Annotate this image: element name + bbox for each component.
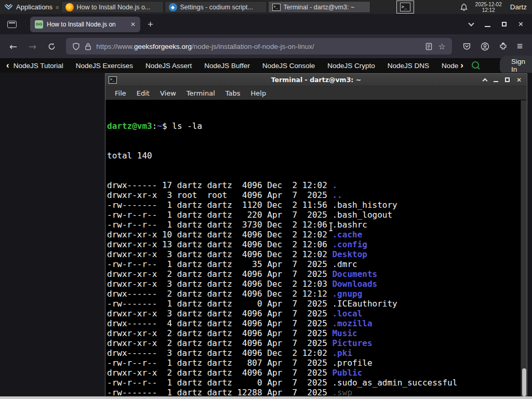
- site-nav-item[interactable]: NodeJS Exercises: [70, 62, 139, 70]
- terminal-line: drwxr-xr-x 2 dartz dartz 4096 Apr 7 2025…: [107, 368, 521, 378]
- file-row-meta: drwxr-xr-x 13 dartz dartz 4096 Dec 2 12:…: [107, 240, 332, 249]
- window-minimize-button[interactable]: [485, 22, 490, 27]
- site-nav-item[interactable]: NodeJS Crypto: [321, 62, 381, 70]
- lock-icon[interactable]: [85, 43, 91, 50]
- tab-close-icon[interactable]: ✕: [130, 21, 136, 28]
- site-nav-item-tutorial[interactable]: NodeJS Tutorial: [14, 62, 70, 70]
- terminal-close-button[interactable]: ✕: [516, 76, 522, 84]
- terminal-line: drwxr-xr-x 13 dartz dartz 4096 Dec 2 12:…: [107, 240, 521, 249]
- terminal-shade-button[interactable]: [483, 77, 487, 83]
- site-nav-bar: ‹ NodeJS Tutorial NodeJS ExercisesNodeJS…: [0, 58, 532, 73]
- terminal-line: -rw------- 1 dartz dartz 0 Apr 7 2025 .I…: [107, 299, 521, 309]
- terminal-line: drwxr-xr-x 3 dartz dartz 4096 Dec 2 12:0…: [107, 249, 521, 259]
- site-nav-item[interactable]: NodeJS Buffer: [198, 62, 256, 70]
- back-button[interactable]: ←: [6, 41, 20, 52]
- firefox-view-icon: [7, 21, 17, 28]
- new-tab-button[interactable]: +: [148, 19, 153, 30]
- file-row-meta: drwx------ 17 dartz dartz 4096 Dec 2 12:…: [107, 180, 332, 190]
- site-search-button[interactable]: [471, 60, 481, 71]
- xfce-logo-icon: [4, 3, 13, 11]
- pocket-save-icon[interactable]: [462, 42, 471, 51]
- taskbar-window-title: How to Install Node.js o...: [77, 4, 151, 11]
- terminal-minimize-button[interactable]: [494, 77, 498, 82]
- terminal-line: -rw-r--r-- 1 dartz dartz 807 Apr 7 2025 …: [107, 358, 521, 368]
- url-domain: geeksforgeeks.org: [134, 43, 192, 50]
- geeksforgeeks-favicon: GG: [35, 20, 43, 29]
- file-name: Downloads: [332, 279, 377, 289]
- file-name: .gnupg: [332, 289, 362, 299]
- taskbar-window-button[interactable]: How to Install Node.js o...: [61, 1, 164, 13]
- terminal-title-bar[interactable]: >_ Terminal - dartz@vm3: ~ ✕: [105, 74, 527, 86]
- terminal-total-line: total 140: [107, 151, 521, 161]
- notification-bell-button[interactable]: [460, 3, 468, 11]
- file-name: Documents: [332, 269, 377, 279]
- nav-back-icon[interactable]: ‹: [6, 60, 9, 71]
- terminal-scrollbar[interactable]: [521, 100, 527, 398]
- terminal-line: drwx------ 4 dartz dartz 4096 Apr 7 2025…: [107, 318, 521, 328]
- reload-button[interactable]: [45, 43, 59, 50]
- file-row-meta: drwxr-xr-x 10 dartz dartz 4096 Dec 2 12:…: [107, 230, 332, 240]
- file-row-meta: drwxr-xr-x 2 dartz dartz 4096 Apr 7 2025: [107, 338, 332, 348]
- firefox-view-button[interactable]: [5, 21, 19, 28]
- terminal-icon: >_: [400, 3, 410, 11]
- minimize-icon: [485, 26, 490, 27]
- chevron-up-icon: [482, 78, 487, 83]
- window-close-button[interactable]: ✕: [518, 20, 524, 28]
- user-menu-button[interactable]: Dartz: [510, 3, 527, 11]
- terminal-line: drwxr-xr-x 10 dartz dartz 4096 Dec 2 12:…: [107, 230, 521, 240]
- menu-hamburger-icon[interactable]: ≡: [517, 41, 523, 52]
- extensions-puzzle-icon[interactable]: [499, 42, 508, 51]
- file-row-meta: drwxr-xr-x 2 dartz dartz 4096 Apr 7 2025: [107, 368, 332, 378]
- file-row-meta: drwxr-xr-x 2 dartz dartz 4096 Apr 7 2025: [107, 269, 332, 279]
- url-bar[interactable]: https://www.geeksforgeeks.org/node-js/in…: [66, 38, 452, 55]
- nav-next-icon[interactable]: ›: [460, 60, 463, 71]
- file-name: .ICEauthority: [332, 299, 397, 309]
- reader-mode-icon[interactable]: [425, 43, 432, 50]
- site-nav-item[interactable]: NodeJS Assert: [139, 62, 198, 70]
- file-name: Music: [332, 328, 357, 338]
- page-content-area: >_ Terminal - dartz@vm3: ~ ✕ FileEditVie…: [0, 73, 532, 399]
- terminal-line: drwx------ 17 dartz dartz 4096 Dec 2 12:…: [107, 180, 521, 190]
- terminal-menu-tabs[interactable]: Tabs: [220, 88, 246, 99]
- search-icon: [471, 60, 481, 71]
- forward-button[interactable]: →: [25, 41, 39, 52]
- terminal-line: -rw------- 1 dartz dartz 1120 Dec 2 11:5…: [107, 200, 521, 210]
- site-nav-item[interactable]: NodeJS DNS: [381, 62, 435, 70]
- tray-terminal-icon[interactable]: >_: [396, 1, 414, 14]
- file-row-meta: -rw-r--r-- 1 dartz dartz 0 Apr 7 2025: [107, 378, 332, 388]
- shield-icon[interactable]: [72, 43, 80, 50]
- bell-icon: [460, 3, 468, 11]
- file-name: .bash_history: [332, 200, 397, 210]
- terminal-window: >_ Terminal - dartz@vm3: ~ ✕ FileEditVie…: [105, 73, 527, 399]
- account-icon[interactable]: [481, 42, 489, 51]
- file-row-meta: -rw-r--r-- 1 dartz dartz 3730 Dec 2 12:0…: [107, 220, 332, 230]
- terminal-line: -rw-r--r-- 1 dartz dartz 0 Apr 7 2025 .s…: [107, 378, 521, 388]
- browser-tab-active[interactable]: GG How to Install Node.js on ✕: [30, 17, 140, 32]
- clock[interactable]: 2025-12-02 12:12: [475, 2, 502, 13]
- terminal-maximize-button[interactable]: [505, 77, 510, 82]
- terminal-menu-file[interactable]: File: [110, 88, 131, 99]
- terminal-menu-edit[interactable]: Edit: [131, 88, 155, 99]
- applications-menu-button[interactable]: Applications: [0, 0, 56, 14]
- terminal-prompt-line: dartz@vm3:~$ ls -la: [107, 121, 521, 131]
- terminal-scrollbar-thumb[interactable]: [522, 368, 526, 396]
- taskbar-window-title: Settings - codium script...: [180, 4, 253, 11]
- file-name: .bash_logout: [332, 210, 392, 220]
- taskbar-window-button[interactable]: ◆Settings - codium script...: [165, 1, 267, 13]
- taskbar-window-button[interactable]: >_Terminal - dartz@vm3: ~: [268, 1, 370, 13]
- terminal-output[interactable]: dartz@vm3:~$ ls -la total 140 drwx------…: [105, 100, 521, 398]
- file-name: Public: [332, 368, 362, 378]
- taskbar-window-title: Terminal - dartz@vm3: ~: [284, 4, 355, 11]
- terminal-menu-view[interactable]: View: [155, 88, 181, 99]
- terminal-menu-help[interactable]: Help: [246, 88, 272, 99]
- window-maximize-button[interactable]: [502, 22, 507, 26]
- terminal-menu-terminal[interactable]: Terminal: [181, 88, 220, 99]
- site-nav-item[interactable]: NodeJS Console: [256, 62, 321, 70]
- file-name: .profile: [332, 358, 372, 368]
- browser-tab-bar: GG How to Install Node.js on ✕ + ✕: [0, 14, 532, 34]
- list-all-tabs-button[interactable]: [469, 23, 473, 25]
- bookmark-star-icon[interactable]: ☆: [438, 42, 446, 51]
- url-text: https://www.geeksforgeeks.org/node-js/in…: [96, 43, 314, 50]
- window-bottom-edge: [0, 396, 532, 399]
- terminal-line: drwx------ 3 dartz dartz 4096 Dec 2 12:0…: [107, 348, 521, 358]
